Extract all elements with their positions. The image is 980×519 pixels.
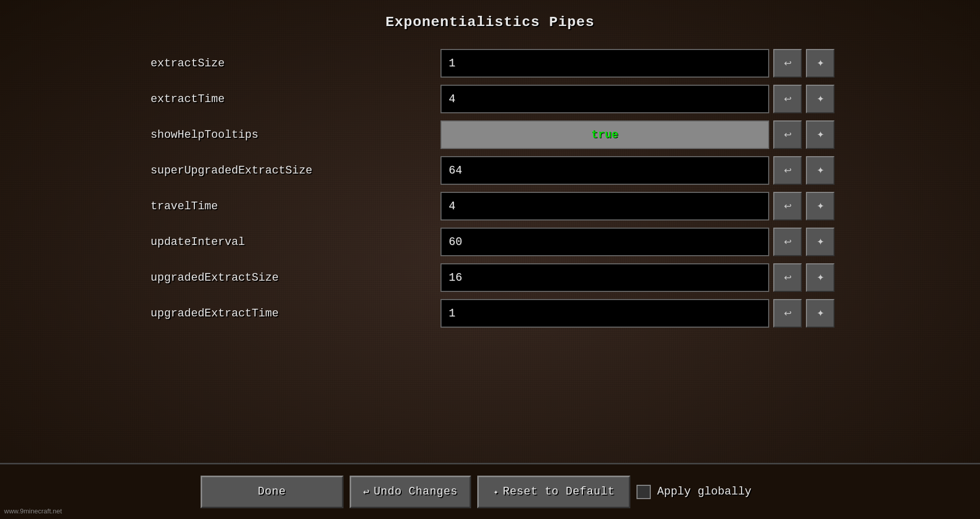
reset-btn-extractTime[interactable]: ✦	[806, 85, 835, 113]
reset-btn-superUpgradedExtractSize[interactable]: ✦	[806, 156, 835, 185]
setting-label-extractSize: extractSize	[145, 57, 436, 70]
undo-row-icon: ↩	[784, 236, 792, 248]
undo-row-icon: ↩	[784, 201, 792, 212]
reset-btn-travelTime[interactable]: ✦	[806, 192, 835, 220]
reset-row-icon: ✦	[817, 272, 824, 283]
reset-icon	[494, 485, 499, 498]
setting-row-upgradedExtractTime: upgradedExtractTime↩✦	[145, 295, 835, 331]
undo-btn-showHelpTooltips[interactable]: ↩	[773, 120, 802, 149]
reset-row-icon: ✦	[817, 165, 824, 176]
setting-input-updateInterval[interactable]	[440, 228, 769, 256]
undo-row-icon: ↩	[784, 165, 792, 176]
setting-input-extractTime[interactable]	[440, 85, 769, 113]
setting-row-superUpgradedExtractSize: superUpgradedExtractSize↩✦	[145, 153, 835, 188]
reset-row-icon: ✦	[817, 129, 824, 140]
undo-btn-upgradedExtractSize[interactable]: ↩	[773, 263, 802, 292]
settings-container: extractSize↩✦extractTime↩✦showHelpToolti…	[145, 45, 835, 331]
setting-label-superUpgradedExtractSize: superUpgradedExtractSize	[145, 164, 436, 177]
apply-globally-checkbox[interactable]	[636, 485, 651, 499]
setting-input-upgradedExtractTime[interactable]	[440, 299, 769, 328]
undo-row-icon: ↩	[784, 272, 792, 283]
apply-globally-container: Apply globally	[636, 485, 779, 499]
undo-btn-updateInterval[interactable]: ↩	[773, 228, 802, 256]
reset-row-icon: ✦	[817, 236, 824, 248]
setting-row-updateInterval: updateInterval↩✦	[145, 224, 835, 260]
done-button[interactable]: Done	[201, 476, 344, 508]
reset-btn-upgradedExtractSize[interactable]: ✦	[806, 263, 835, 292]
undo-changes-button[interactable]: Undo Changes	[350, 476, 472, 508]
page-container: Exponentialistics Pipes extractSize↩✦ext…	[0, 0, 980, 519]
bottom-bar: Done Undo Changes Reset to Default Apply…	[0, 463, 980, 519]
setting-input-travelTime[interactable]	[440, 192, 769, 220]
undo-row-icon: ↩	[784, 308, 792, 319]
undo-btn-upgradedExtractTime[interactable]: ↩	[773, 299, 802, 328]
setting-label-travelTime: travelTime	[145, 200, 436, 213]
setting-label-showHelpTooltips: showHelpTooltips	[145, 129, 436, 141]
undo-btn-extractSize[interactable]: ↩	[773, 49, 802, 78]
reset-row-icon: ✦	[817, 201, 824, 212]
reset-row-icon: ✦	[817, 308, 824, 319]
watermark: www.9minecraft.net	[4, 507, 62, 515]
reset-btn-upgradedExtractTime[interactable]: ✦	[806, 299, 835, 328]
setting-label-upgradedExtractSize: upgradedExtractSize	[145, 271, 436, 284]
undo-row-icon: ↩	[784, 129, 792, 140]
undo-label: Undo Changes	[374, 485, 457, 498]
setting-label-extractTime: extractTime	[145, 93, 436, 106]
undo-btn-superUpgradedExtractSize[interactable]: ↩	[773, 156, 802, 185]
reset-btn-updateInterval[interactable]: ✦	[806, 228, 835, 256]
setting-input-showHelpTooltips[interactable]	[440, 120, 769, 149]
setting-row-extractSize: extractSize↩✦	[145, 45, 835, 81]
reset-btn-showHelpTooltips[interactable]: ✦	[806, 120, 835, 149]
reset-btn-extractSize[interactable]: ✦	[806, 49, 835, 78]
undo-btn-travelTime[interactable]: ↩	[773, 192, 802, 220]
setting-input-superUpgradedExtractSize[interactable]	[440, 156, 769, 185]
setting-row-showHelpTooltips: showHelpTooltips↩✦	[145, 117, 835, 153]
reset-label: Reset to Default	[503, 485, 615, 498]
reset-row-icon: ✦	[817, 93, 824, 105]
setting-label-updateInterval: updateInterval	[145, 236, 436, 249]
undo-row-icon: ↩	[784, 58, 792, 69]
setting-input-extractSize[interactable]	[440, 49, 769, 78]
page-title: Exponentialistics Pipes	[385, 14, 594, 30]
setting-row-extractTime: extractTime↩✦	[145, 81, 835, 117]
reset-to-default-button[interactable]: Reset to Default	[477, 476, 630, 508]
apply-globally-label: Apply globally	[657, 485, 751, 498]
setting-label-upgradedExtractTime: upgradedExtractTime	[145, 307, 436, 320]
setting-row-upgradedExtractSize: upgradedExtractSize↩✦	[145, 260, 835, 295]
undo-row-icon: ↩	[784, 93, 792, 105]
setting-row-travelTime: travelTime↩✦	[145, 188, 835, 224]
reset-row-icon: ✦	[817, 58, 824, 69]
undo-btn-extractTime[interactable]: ↩	[773, 85, 802, 113]
done-label: Done	[258, 485, 286, 498]
undo-icon	[363, 485, 370, 499]
setting-input-upgradedExtractSize[interactable]	[440, 263, 769, 292]
